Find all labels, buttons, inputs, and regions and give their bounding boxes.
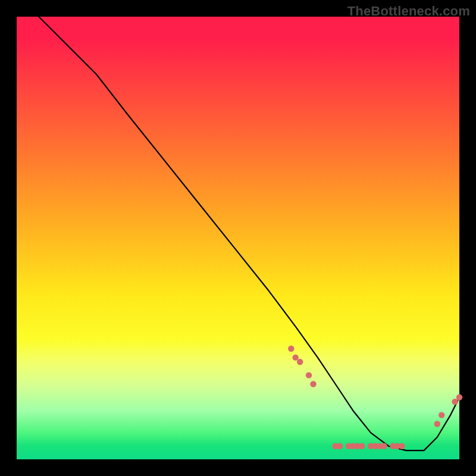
chart-svg xyxy=(17,17,459,459)
data-point xyxy=(293,355,299,361)
curve-path xyxy=(39,17,459,450)
data-point xyxy=(337,443,343,449)
data-point xyxy=(359,443,365,449)
data-point xyxy=(439,412,444,418)
data-point xyxy=(288,346,294,352)
data-point xyxy=(297,359,303,365)
data-point xyxy=(310,381,316,387)
chart-container: TheBottleneck.com xyxy=(0,0,476,476)
plot-area xyxy=(17,17,459,459)
marker-series xyxy=(288,346,462,449)
data-point xyxy=(399,443,405,449)
data-point xyxy=(456,394,462,400)
data-point xyxy=(434,421,440,427)
data-point xyxy=(381,443,387,449)
data-point xyxy=(306,372,312,378)
line-series xyxy=(39,17,459,450)
data-point xyxy=(452,399,458,405)
watermark-text: TheBottleneck.com xyxy=(347,4,470,19)
